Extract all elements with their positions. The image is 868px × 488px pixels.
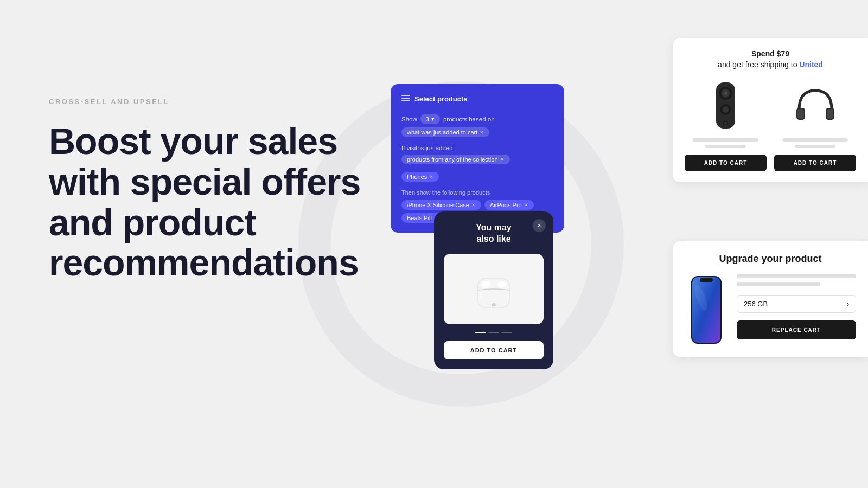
close-icon: × (537, 222, 541, 229)
left-section: CROSS-SELL AND UPSELL Boost your sales w… (49, 98, 407, 283)
product-card-headphones: ADD TO CART (774, 80, 856, 171)
shipping-line2: and get free shipping to (718, 60, 797, 69)
headphones-svg (794, 85, 837, 129)
airpods-svg (467, 262, 521, 316)
iphone-chip[interactable]: iPhone X Silicone Case ✕ (401, 200, 481, 210)
close-collection-icon: ✕ (500, 157, 505, 162)
svg-rect-27 (700, 278, 713, 282)
based-on-label: products based on (443, 116, 495, 123)
products-row: ADD TO CART (685, 80, 856, 171)
panel-select-products: Select products Show 3 ▾ products based … (391, 84, 564, 233)
speaker-name-bar (693, 138, 758, 142)
svg-point-17 (723, 106, 729, 113)
svg-point-9 (492, 303, 496, 306)
close-airpods-icon: ✕ (524, 202, 528, 208)
modal-title: You mayalso like (444, 222, 544, 245)
phone-image (685, 274, 728, 345)
phones-chip[interactable]: Phones ✕ (401, 172, 439, 182)
svg-point-15 (725, 93, 726, 94)
heading-line4: recommendations (49, 242, 359, 283)
svg-point-19 (724, 122, 727, 125)
shipping-text: Spend $79 and get free shipping to Unite… (685, 49, 856, 70)
svg-rect-2 (401, 100, 410, 101)
if-row: If visitos jus added products from any o… (401, 145, 553, 164)
chevron-right-icon: › (847, 300, 849, 308)
phone-svg (690, 276, 723, 344)
heading-line2: with special offers (49, 161, 360, 202)
upgrade-name-bar-1 (737, 274, 856, 278)
headphones-price-bar (795, 145, 836, 148)
upgrade-name-bar-2 (737, 282, 820, 286)
modal-add-to-cart-button[interactable]: ADD TO CART (444, 341, 544, 359)
heading-line1: Boost your sales (49, 120, 337, 162)
if-label: If visitos jus added (401, 145, 453, 151)
svg-rect-22 (797, 109, 804, 119)
show-number-chip[interactable]: 3 ▾ (420, 114, 440, 124)
dot-2 (488, 332, 499, 333)
speaker-price-bar (705, 145, 746, 148)
upgrade-right: 256 GB › REPLACE CART (737, 274, 856, 339)
svg-rect-8 (500, 281, 504, 287)
shipping-link: United (799, 60, 823, 69)
close-chip-icon: ✕ (480, 130, 484, 135)
storage-value: 256 GB (744, 300, 768, 308)
dot-3 (501, 332, 512, 333)
replace-cart-button[interactable]: REPLACE CART (737, 320, 856, 339)
speaker-image (685, 80, 767, 134)
svg-rect-23 (827, 109, 833, 119)
headphones-image (774, 80, 856, 134)
storage-select[interactable]: 256 GB › (737, 295, 856, 313)
headphones-add-to-cart-button[interactable]: ADD TO CART (774, 155, 856, 171)
panel-shipping-products: Spend $79 and get free shipping to Unite… (673, 38, 868, 182)
show-label: Show (401, 116, 417, 123)
spend-amount: Spend $79 (751, 49, 789, 58)
headphones-name-bar (782, 138, 848, 142)
speaker-add-to-cart-button[interactable]: ADD TO CART (685, 155, 767, 171)
right-section: Select products Show 3 ▾ products based … (380, 0, 868, 488)
panel-select-title: Select products (414, 95, 468, 103)
modal-close-button[interactable]: × (533, 219, 546, 232)
airpods-chip[interactable]: AirPods Pro ✕ (484, 200, 534, 210)
panel-you-may-like: × You mayalso like (434, 211, 553, 369)
phones-row: Phones ✕ (401, 172, 553, 182)
svg-rect-0 (401, 95, 410, 96)
list-icon (401, 94, 410, 104)
svg-rect-6 (483, 281, 488, 287)
based-on-chip[interactable]: what was jus added to cart ✕ (401, 127, 489, 137)
airpods-product-image (444, 254, 544, 324)
svg-point-10 (488, 280, 491, 282)
close-phones-icon: ✕ (429, 174, 433, 179)
speaker-svg (711, 82, 741, 131)
carousel-dots (444, 332, 544, 333)
main-heading: Boost your sales with special offers and… (49, 121, 407, 283)
dot-1 (475, 332, 486, 333)
subtitle: CROSS-SELL AND UPSELL (49, 98, 407, 106)
collection-chip[interactable]: products from any of the collection ✕ (401, 155, 510, 164)
chevron-down-icon: ▾ (431, 115, 435, 123)
panel-upgrade-product: Upgrade your product (673, 241, 868, 357)
show-row: Show 3 ▾ products based on what was jus … (401, 114, 553, 137)
upgrade-content: 256 GB › REPLACE CART (685, 274, 856, 345)
product-card-speaker: ADD TO CART (685, 80, 767, 171)
svg-rect-1 (401, 98, 410, 99)
then-label: Then show the following products (401, 189, 553, 196)
close-iphone-icon: ✕ (471, 202, 476, 208)
panel-select-header: Select products (401, 94, 553, 104)
heading-line3: and product (49, 202, 256, 243)
upgrade-title: Upgrade your product (685, 253, 856, 265)
